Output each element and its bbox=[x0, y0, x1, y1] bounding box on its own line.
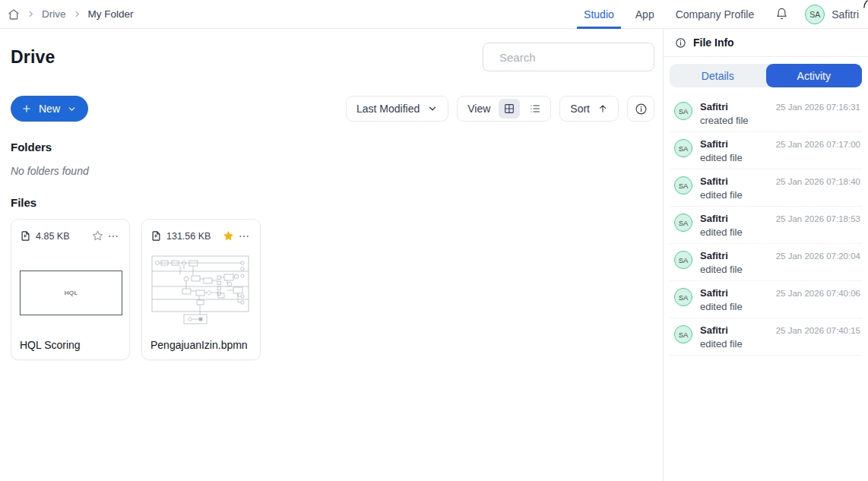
activity-action: created file bbox=[700, 115, 768, 126]
file-name: HQL Scoring bbox=[20, 339, 81, 351]
file-menu-button[interactable] bbox=[236, 229, 252, 244]
breadcrumb: Drive My Folder bbox=[8, 8, 134, 21]
activity-row[interactable]: SA Safitri edited file 25 Jan 2026 07:18… bbox=[670, 207, 862, 244]
info-icon bbox=[635, 103, 648, 116]
folders-heading: Folders bbox=[11, 141, 655, 153]
grid-view-button[interactable] bbox=[499, 99, 520, 119]
activity-user-name: Safitri bbox=[700, 138, 768, 150]
avatar: SA bbox=[674, 214, 692, 232]
activity-timestamp: 25 Jan 2026 07:40:15 bbox=[776, 324, 860, 350]
star-button[interactable] bbox=[220, 228, 236, 244]
activity-action: edited file bbox=[700, 301, 768, 312]
new-button[interactable]: New bbox=[11, 96, 88, 122]
sort-direction-button[interactable]: Sort bbox=[559, 96, 619, 122]
activity-row[interactable]: SA Safitri edited file 25 Jan 2026 07:40… bbox=[670, 318, 862, 356]
file-name: PengajuanIzin.bpmn bbox=[150, 339, 248, 351]
avatar: SA bbox=[674, 176, 692, 195]
activity-timestamp: 25 Jan 2026 07:20:04 bbox=[776, 250, 860, 275]
view-toggle-group: View bbox=[457, 96, 551, 122]
sort-by-dropdown[interactable]: Last Modified bbox=[346, 96, 448, 122]
file-size: 131.56 KB bbox=[166, 231, 211, 242]
files-heading: Files bbox=[11, 196, 655, 209]
top-header: Drive My Folder Studio App Company Profi… bbox=[0, 0, 868, 29]
activity-row[interactable]: SA Safitri edited file 25 Jan 2026 07:20… bbox=[670, 244, 862, 281]
tab-activity[interactable]: Activity bbox=[766, 64, 863, 87]
activity-action: edited file bbox=[700, 264, 768, 275]
breadcrumb-drive[interactable]: Drive bbox=[42, 8, 66, 20]
list-view-button[interactable] bbox=[524, 99, 546, 119]
plus-icon bbox=[21, 103, 32, 114]
activity-timestamp: 25 Jan 2026 07:17:00 bbox=[776, 138, 860, 163]
user-name: Safitri bbox=[832, 8, 859, 21]
home-icon[interactable] bbox=[8, 8, 20, 21]
activity-row[interactable]: SA Safitri edited file 25 Jan 2026 07:17… bbox=[670, 132, 862, 169]
activity-user-name: Safitri bbox=[700, 287, 768, 299]
star-filled-icon bbox=[222, 229, 235, 242]
folders-empty-message: No folders found bbox=[11, 165, 655, 177]
activity-action: edited file bbox=[700, 338, 768, 350]
activity-user-name: Safitri bbox=[700, 213, 768, 224]
arrow-up-icon bbox=[597, 103, 608, 114]
activity-row[interactable]: SA Safitri edited file 25 Jan 2026 07:40… bbox=[670, 281, 862, 318]
activity-timestamp: 25 Jan 2026 07:18:53 bbox=[776, 213, 860, 238]
panel-title: File Info bbox=[693, 36, 734, 49]
chevron-down-icon bbox=[67, 104, 77, 114]
activity-user-name: Safitri bbox=[700, 250, 768, 261]
page-title: Drive bbox=[11, 47, 55, 68]
file-info-panel: File Info Details Activity SA Safitri cr… bbox=[664, 29, 868, 481]
file-icon bbox=[20, 230, 31, 242]
activity-row[interactable]: SA Safitri edited file 25 Jan 2026 07:18… bbox=[670, 169, 862, 207]
star-button[interactable] bbox=[90, 228, 106, 244]
file-preview: HQL bbox=[20, 271, 122, 315]
activity-row[interactable]: SA Safitri created file 25 Jan 2026 07:1… bbox=[670, 95, 862, 132]
panel-tabs: Details Activity bbox=[670, 64, 862, 87]
file-card-hql-scoring[interactable]: 4.85 KB HQL HQL Scoring bbox=[11, 219, 130, 360]
file-menu-button[interactable] bbox=[106, 229, 121, 244]
info-icon bbox=[675, 37, 686, 49]
user-menu[interactable]: SA Safitri bbox=[805, 5, 859, 24]
search-input[interactable] bbox=[499, 51, 651, 64]
mouse-cursor bbox=[858, 0, 868, 10]
file-size: 4.85 KB bbox=[36, 231, 69, 242]
top-nav-tabs: Studio App Company Profile bbox=[584, 0, 754, 29]
star-icon bbox=[91, 229, 104, 242]
activity-action: edited file bbox=[700, 226, 768, 238]
ellipsis-icon bbox=[238, 230, 250, 242]
activity-action: edited file bbox=[700, 189, 768, 201]
activity-timestamp: 25 Jan 2026 07:40:06 bbox=[776, 287, 860, 312]
list-icon bbox=[529, 103, 541, 115]
tab-company-profile[interactable]: Company Profile bbox=[676, 0, 755, 29]
avatar: SA bbox=[674, 139, 692, 157]
notifications-button[interactable] bbox=[775, 8, 788, 21]
bpmn-preview-thumbnail bbox=[151, 254, 252, 329]
view-label: View bbox=[467, 103, 490, 115]
file-icon bbox=[150, 230, 162, 242]
tab-app[interactable]: App bbox=[635, 0, 654, 29]
activity-user-name: Safitri bbox=[700, 176, 768, 187]
avatar: SA bbox=[674, 288, 692, 306]
ellipsis-icon bbox=[107, 230, 119, 242]
chevron-right-icon bbox=[73, 10, 81, 18]
file-card-pengajuanizin[interactable]: 131.56 KB bbox=[141, 219, 261, 360]
bell-icon bbox=[775, 8, 788, 21]
chevron-right-icon bbox=[27, 10, 35, 18]
activity-user-name: Safitri bbox=[700, 101, 768, 112]
drive-main: Drive New Last Modified View bbox=[0, 29, 664, 481]
activity-timestamp: 25 Jan 2026 07:16:31 bbox=[776, 101, 860, 126]
avatar: SA bbox=[674, 325, 692, 343]
breadcrumb-my-folder[interactable]: My Folder bbox=[88, 8, 134, 20]
tab-details[interactable]: Details bbox=[670, 64, 766, 87]
grid-icon bbox=[503, 103, 515, 115]
activity-list: SA Safitri created file 25 Jan 2026 07:1… bbox=[664, 93, 868, 356]
avatar: SA bbox=[805, 5, 825, 24]
activity-user-name: Safitri bbox=[700, 324, 768, 336]
tab-studio[interactable]: Studio bbox=[584, 0, 614, 29]
chevron-down-icon bbox=[427, 103, 438, 114]
avatar: SA bbox=[674, 251, 692, 269]
toggle-info-panel-button[interactable] bbox=[627, 96, 654, 122]
avatar: SA bbox=[674, 102, 692, 120]
search-box[interactable] bbox=[483, 43, 654, 71]
activity-timestamp: 25 Jan 2026 07:18:40 bbox=[776, 176, 860, 201]
activity-action: edited file bbox=[700, 152, 768, 163]
